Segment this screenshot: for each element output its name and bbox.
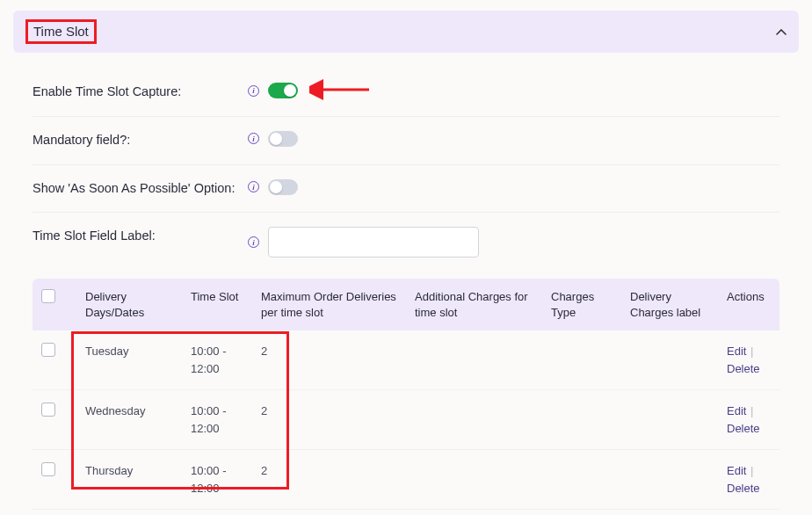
toggle-asap[interactable] (268, 179, 298, 195)
info-icon[interactable]: i (248, 133, 259, 144)
cell-day: Tuesday (76, 330, 182, 390)
cell-dclabel (621, 450, 718, 510)
cell-actions: Edit | Delete (718, 450, 779, 510)
checkbox-all[interactable] (41, 289, 55, 303)
cell-addcharge (406, 390, 542, 450)
checkbox-row[interactable] (41, 343, 55, 357)
cell-slot: 10:00 - 12:00 (182, 390, 252, 450)
checkbox-row[interactable] (41, 403, 55, 417)
th-slot: Time Slot (182, 279, 252, 330)
cell-ctype (542, 330, 621, 390)
cell-day: Wednesday (76, 390, 182, 450)
cell-dclabel (621, 390, 718, 450)
row-field-label: Time Slot Field Label: i (33, 213, 779, 272)
label-enable-capture: Enable Time Slot Capture: (33, 83, 248, 102)
table-row: Tuesday10:00 - 12:002Edit | Delete (33, 330, 779, 390)
label-mandatory: Mandatory field?: (33, 131, 248, 150)
delete-link[interactable]: Delete (727, 482, 760, 495)
cell-max: 2 (252, 330, 406, 390)
toggle-enable-capture[interactable] (268, 83, 298, 98)
checkbox-row[interactable] (41, 462, 55, 476)
th-ctype: Charges Type (542, 279, 621, 330)
row-enable-capture: Enable Time Slot Capture: i (33, 69, 779, 117)
delete-link[interactable]: Delete (727, 422, 760, 435)
edit-link[interactable]: Edit (727, 404, 746, 417)
row-asap: Show 'As Soon As Possible' Option: i (33, 165, 779, 214)
panel-title: Time Slot (33, 24, 89, 39)
info-icon[interactable]: i (248, 85, 259, 97)
th-days: Delivery Days/Dates (76, 279, 182, 330)
cell-actions: Edit | Delete (718, 390, 779, 450)
chevron-up-icon[interactable] (776, 25, 787, 39)
delete-link[interactable]: Delete (727, 362, 760, 375)
cell-addcharge (406, 330, 542, 390)
panel-header[interactable]: Time Slot (13, 11, 799, 53)
timeslot-table: Delivery Days/Dates Time Slot Maximum Or… (33, 279, 779, 510)
info-icon[interactable]: i (248, 181, 259, 192)
cell-actions: Edit | Delete (718, 330, 779, 390)
cell-day: Thursday (76, 450, 182, 510)
timeslot-table-wrap: Delivery Days/Dates Time Slot Maximum Or… (33, 279, 779, 510)
th-addcharge: Additional Charges for time slot (406, 279, 542, 330)
cell-slot: 10:00 - 12:00 (182, 450, 252, 510)
label-field-label: Time Slot Field Label: (33, 227, 248, 246)
toggle-mandatory[interactable] (268, 131, 298, 147)
th-actions: Actions (718, 279, 779, 330)
info-icon[interactable]: i (248, 236, 259, 248)
cell-slot: 10:00 - 12:00 (182, 330, 252, 390)
table-row: Wednesday10:00 - 12:002Edit | Delete (33, 390, 779, 450)
edit-link[interactable]: Edit (727, 345, 746, 358)
row-mandatory: Mandatory field?: i (33, 117, 779, 165)
content: Enable Time Slot Capture: i Mandatory fi… (13, 69, 799, 510)
cell-dclabel (621, 330, 718, 390)
cell-max: 2 (252, 450, 406, 510)
edit-link[interactable]: Edit (727, 464, 746, 477)
cell-max: 2 (252, 390, 406, 450)
table-row: Thursday10:00 - 12:002Edit | Delete (33, 450, 779, 510)
cell-ctype (542, 390, 621, 450)
label-asap: Show 'As Soon As Possible' Option: (33, 179, 248, 199)
cell-ctype (542, 450, 621, 510)
arrow-annotation (309, 79, 371, 105)
input-field-label[interactable] (268, 227, 479, 258)
th-max: Maximum Order Deliveries per time slot (252, 279, 406, 330)
cell-addcharge (406, 450, 542, 510)
title-highlight: Time Slot (25, 19, 97, 44)
th-dclabel: Delivery Charges label (621, 279, 718, 330)
